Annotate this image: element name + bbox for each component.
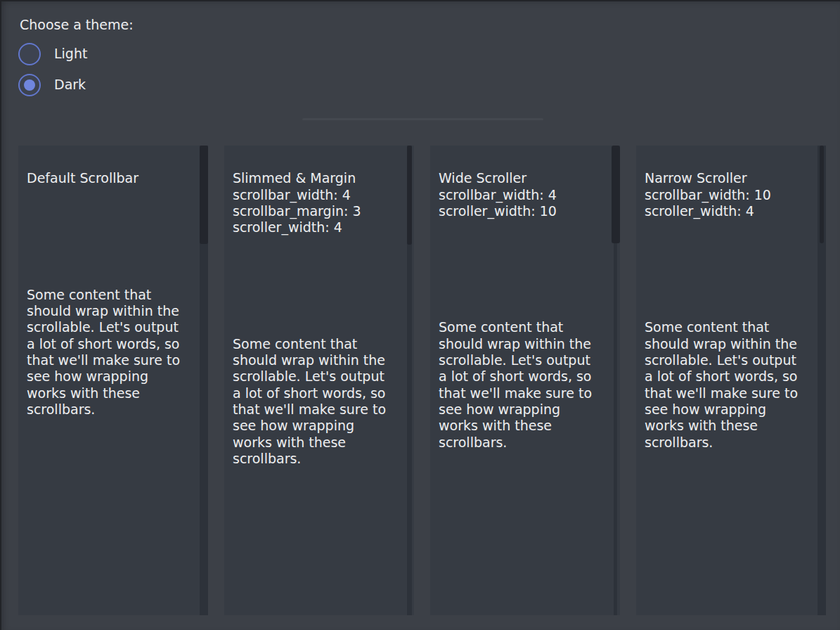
scroll-panel-wide-scroller[interactable]: Wide Scroller scrollbar_width: 4 scrolle…: [430, 146, 620, 615]
app-window: Choose a theme: Light Dark Default Scrol…: [0, 0, 840, 630]
radio-label-dark: Dark: [54, 77, 86, 93]
scrollbar-thumb[interactable]: [820, 146, 824, 243]
panel-content: Default Scrollbar Some content that shou…: [18, 146, 208, 443]
panels-row: Default Scrollbar Some content that shou…: [18, 146, 826, 615]
radio-button-icon[interactable]: [18, 74, 41, 96]
panel-title: Default Scrollbar: [27, 170, 184, 186]
panel-title: Slimmed & Margin scrollbar_width: 4 scro…: [233, 170, 390, 236]
radio-button-icon[interactable]: [18, 43, 41, 65]
panel-content: Wide Scroller scrollbar_width: 4 scrolle…: [430, 146, 620, 475]
panel-body-text: Some content that should wrap within the…: [645, 319, 802, 450]
panel-body-text: Some content that should wrap within the…: [233, 336, 390, 467]
panel-title: Narrow Scroller scrollbar_width: 10 scro…: [645, 170, 802, 219]
scroll-panel-default-scrollbar[interactable]: Default Scrollbar Some content that shou…: [18, 146, 208, 615]
radio-label-light: Light: [54, 46, 87, 62]
scrollbar-thumb[interactable]: [407, 146, 412, 245]
panel-body-text: Some content that should wrap within the…: [439, 319, 596, 450]
theme-chooser-label: Choose a theme:: [20, 17, 134, 33]
radio-option-dark[interactable]: Dark: [18, 74, 86, 96]
panel-title: Wide Scroller scrollbar_width: 4 scrolle…: [439, 170, 596, 219]
scroll-panel-slimmed-margin[interactable]: Slimmed & Margin scrollbar_width: 4 scro…: [224, 146, 414, 615]
panel-body-text: Some content that should wrap within the…: [27, 287, 184, 418]
scrollbar-thumb[interactable]: [200, 146, 208, 244]
panel-content: Slimmed & Margin scrollbar_width: 4 scro…: [224, 146, 414, 491]
panel-content: Narrow Scroller scrollbar_width: 10 scro…: [636, 146, 826, 475]
scrollbar-thumb[interactable]: [612, 146, 620, 243]
section-divider: [302, 118, 543, 120]
radio-dot-icon: [24, 79, 35, 91]
scroll-panel-narrow-scroller[interactable]: Narrow Scroller scrollbar_width: 10 scro…: [636, 146, 826, 615]
radio-option-light[interactable]: Light: [18, 43, 87, 65]
